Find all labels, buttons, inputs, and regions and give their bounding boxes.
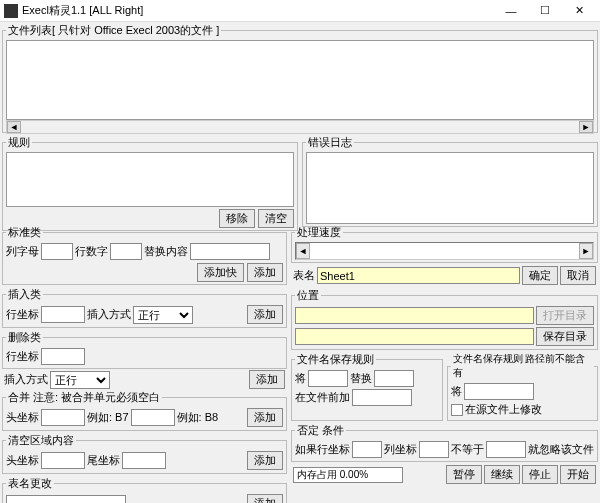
- insert-mode-select[interactable]: 正行: [133, 306, 193, 324]
- stop-button[interactable]: 停止: [522, 465, 558, 484]
- rename-add-button[interactable]: 添加: [247, 494, 283, 503]
- maximize-button[interactable]: ☐: [528, 1, 562, 21]
- merge-tail-input[interactable]: [131, 409, 175, 426]
- clear-area-group: 清空区域内容 头坐标 尾坐标 添加: [2, 433, 287, 474]
- replace-content-input[interactable]: [190, 243, 270, 260]
- standard-add-button[interactable]: 添加: [247, 263, 283, 282]
- neg-value-input[interactable]: [486, 441, 526, 458]
- filepath-rule-group: 文件名保存规则 路径前不能含有 将 在源文件上修改: [447, 352, 599, 421]
- rules-list[interactable]: [6, 152, 294, 207]
- scroll-right-icon[interactable]: ►: [579, 121, 593, 133]
- insert-group: 插入类 行坐标 插入方式 正行 添加: [2, 287, 287, 328]
- pause-button[interactable]: 暂停: [446, 465, 482, 484]
- delete-row-input[interactable]: [41, 348, 85, 365]
- delete-group: 删除类 行坐标: [2, 330, 287, 369]
- filename-prefix-input[interactable]: [352, 389, 412, 406]
- sheet-ok-button[interactable]: 确定: [522, 266, 558, 285]
- file-list-scrollbar[interactable]: ◄ ►: [6, 120, 594, 134]
- start-button[interactable]: 开始: [560, 465, 596, 484]
- merge-add-button[interactable]: 添加: [247, 408, 283, 427]
- scroll-left-icon[interactable]: ◄: [7, 121, 21, 133]
- window-title: Execl精灵1.1 [ALL Right]: [22, 3, 494, 18]
- neg-row-input[interactable]: [352, 441, 382, 458]
- speed-group: 处理速度 ◄ ►: [291, 225, 598, 263]
- file-list[interactable]: [6, 40, 594, 120]
- speed-slider[interactable]: ◄ ►: [295, 242, 594, 260]
- rename-input[interactable]: [6, 495, 126, 503]
- insert-row-input[interactable]: [41, 306, 85, 323]
- filename-from-input[interactable]: [308, 370, 348, 387]
- errorlog-group: 错误日志: [302, 135, 598, 227]
- open-dir-button[interactable]: 打开目录: [536, 306, 594, 325]
- filename-to-input[interactable]: [374, 370, 414, 387]
- clear-add-button[interactable]: 添加: [247, 451, 283, 470]
- clear-tail-input[interactable]: [122, 452, 166, 469]
- slider-right-icon[interactable]: ►: [579, 243, 593, 259]
- errorlog-list[interactable]: [306, 152, 594, 224]
- sheet-cancel-button[interactable]: 取消: [560, 266, 596, 285]
- memory-usage: 内存占用 0.00%: [293, 467, 403, 483]
- rename-group: 表名更改 添加: [2, 476, 287, 503]
- add-fast-button[interactable]: 添加快: [197, 263, 244, 282]
- minimize-button[interactable]: —: [494, 1, 528, 21]
- errorlog-legend: 错误日志: [306, 135, 354, 150]
- rules-legend: 规则: [6, 135, 32, 150]
- row-number-input[interactable]: [110, 243, 142, 260]
- sheet-name-input[interactable]: [317, 267, 520, 284]
- insert-add-button[interactable]: 添加: [247, 305, 283, 324]
- location-group: 位置 打开目录 保存目录: [291, 288, 598, 350]
- insert2-add-button[interactable]: 添加: [249, 370, 285, 389]
- negation-group: 否定 条件 如果行坐标 列坐标 不等于 就忽略该文件: [291, 423, 598, 462]
- filepath-input[interactable]: [464, 383, 534, 400]
- save-dir-button[interactable]: 保存目录: [536, 327, 594, 346]
- modify-source-checkbox[interactable]: [451, 404, 463, 416]
- file-list-group: 文件列表[ 只针对 Office Execl 2003的文件 ] ◄ ►: [2, 23, 598, 133]
- slider-left-icon[interactable]: ◄: [296, 243, 310, 259]
- clear-head-input[interactable]: [41, 452, 85, 469]
- open-dir-input[interactable]: [295, 307, 534, 324]
- close-button[interactable]: ✕: [562, 1, 596, 21]
- save-dir-input[interactable]: [295, 328, 534, 345]
- filename-rule-group: 文件名保存规则 将 替换 在文件前加: [291, 352, 443, 421]
- file-list-legend: 文件列表[ 只针对 Office Execl 2003的文件 ]: [6, 23, 221, 38]
- col-letter-input[interactable]: [41, 243, 73, 260]
- merge-group: 合并 注意: 被合并单元必须空白 头坐标 例如: B7 例如: B8 添加: [2, 390, 287, 431]
- rules-group: 规则 移除 清空: [2, 135, 298, 231]
- standard-group: 标准类 列字母 行数字 替换内容 添加快 添加: [2, 225, 287, 285]
- app-icon: [4, 4, 18, 18]
- resume-button[interactable]: 继续: [484, 465, 520, 484]
- insert2-mode-select[interactable]: 正行: [50, 371, 110, 389]
- neg-col-input[interactable]: [419, 441, 449, 458]
- merge-head-input[interactable]: [41, 409, 85, 426]
